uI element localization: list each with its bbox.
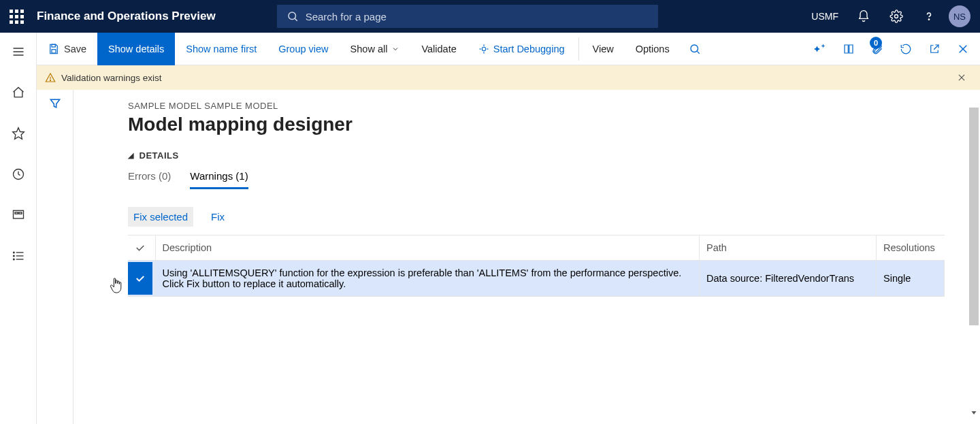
home-icon [12,86,25,99]
svg-marker-28 [821,44,826,48]
validate-button[interactable]: Validate [410,33,467,65]
hamburger-icon [12,45,25,59]
column-description[interactable]: Description [155,235,700,261]
svg-point-15 [13,252,14,253]
validate-label: Validate [421,44,456,54]
tab-warnings[interactable]: Warnings (1) [190,170,248,189]
attachments-button[interactable]: 0 [863,33,892,65]
global-search-box[interactable] [277,5,658,28]
cell-resolutions: Single [877,261,945,297]
svg-point-17 [13,259,14,260]
banner-close-button[interactable] [957,73,972,82]
page-title: Model mapping designer [128,114,980,135]
popout-button[interactable] [920,33,949,65]
tab-errors[interactable]: Errors (0) [128,170,171,189]
row-selector[interactable] [128,261,155,297]
fix-actions: Fix selected Fix [128,207,980,227]
svg-line-26 [697,51,699,53]
fix-button[interactable]: Fix [206,207,230,227]
view-menu[interactable]: View [582,33,625,65]
svg-point-16 [13,255,14,257]
user-avatar[interactable]: NS [949,5,970,27]
clock-icon [12,167,25,181]
details-section-header[interactable]: ◢ DETAILS [128,150,980,161]
scrollbar-thumb[interactable] [969,108,979,325]
scroll-down-icon [969,408,979,417]
close-page-button[interactable] [949,33,977,65]
svg-point-0 [289,12,296,20]
app-title: Finance and Operations Preview [37,10,216,23]
chevron-down-icon [391,45,399,53]
app-launcher-button[interactable] [0,0,33,33]
page-content: SAMPLE MODEL SAMPLE MODEL Model mapping … [74,90,980,424]
group-view-button[interactable]: Group view [267,33,339,65]
save-label: Save [64,44,86,54]
book-icon [843,43,855,55]
filter-toggle-button[interactable] [48,97,62,110]
nav-recent-button[interactable] [5,163,32,185]
svg-point-3 [928,19,929,20]
settings-button[interactable] [882,0,911,33]
svg-marker-27 [814,46,820,52]
fix-selected-button[interactable]: Fix selected [128,207,193,227]
svg-point-25 [691,45,698,52]
details-tabs: Errors (0) Warnings (1) [128,170,980,189]
svg-rect-10 [15,212,18,214]
close-icon [957,43,969,55]
warning-banner-text: Validation warnings exist [61,73,162,83]
search-icon [287,10,299,22]
actionbar-search-button[interactable] [681,33,709,65]
grid-row[interactable]: Using 'ALLITEMSQUERY' function for the e… [128,261,945,297]
star-icon [12,127,25,140]
filter-pane-collapsed [37,90,74,424]
show-details-button[interactable]: Show details [97,33,175,65]
nav-modules-button[interactable] [5,245,32,267]
svg-point-2 [895,15,898,18]
question-icon [922,10,936,23]
help-button[interactable] [915,0,943,33]
refresh-button[interactable] [892,33,920,65]
options-menu[interactable]: Options [625,33,681,65]
refresh-icon [900,43,912,55]
svg-line-1 [295,18,297,20]
search-icon [689,43,701,55]
popout-icon [928,43,941,55]
nav-favorites-button[interactable] [5,123,32,144]
action-bar: Save Show details Show name first Group … [37,33,980,65]
gear-icon [889,10,903,23]
select-all-header[interactable] [128,235,155,261]
bell-icon [857,10,870,23]
checkmark-icon [134,242,146,254]
personalize-button[interactable] [806,33,834,65]
start-debugging-button[interactable]: Start Debugging [468,33,576,65]
legal-entity-selector[interactable]: USMF [804,11,845,22]
page-options-button[interactable] [834,33,863,65]
nav-home-button[interactable] [5,82,32,103]
column-resolutions[interactable]: Resolutions [877,235,945,261]
breadcrumb: SAMPLE MODEL SAMPLE MODEL [128,101,980,111]
global-search-input[interactable] [306,11,649,22]
svg-point-32 [50,80,50,80]
vertical-scrollbar[interactable] [969,97,979,417]
filter-icon [48,97,62,110]
nav-workspaces-button[interactable] [5,204,32,226]
sparkle-icon [814,43,826,55]
details-section-label: DETAILS [140,150,179,161]
notifications-button[interactable] [849,0,878,33]
global-header: Finance and Operations Preview USMF NS [0,0,980,33]
list-icon [12,249,25,263]
nav-hamburger-button[interactable] [5,41,32,63]
warning-icon [45,72,56,83]
show-name-first-label: Show name first [186,44,257,54]
checkmark-icon [134,272,146,284]
waffle-icon [10,10,24,24]
show-name-first-button[interactable]: Show name first [175,33,267,65]
collapse-icon: ◢ [128,151,134,160]
svg-rect-18 [52,44,55,47]
options-label: Options [636,44,670,54]
show-all-label: Show all [350,44,388,54]
save-button[interactable]: Save [37,33,97,65]
column-path[interactable]: Path [700,235,877,261]
show-all-button[interactable]: Show all [340,33,411,65]
svg-marker-7 [12,128,24,140]
